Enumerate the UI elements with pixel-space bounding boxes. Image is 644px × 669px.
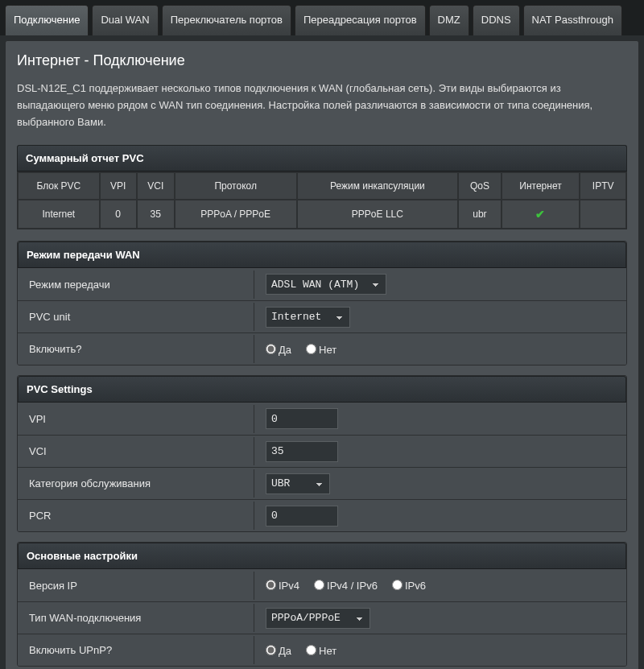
radio-upnp: Да Нет <box>254 639 626 662</box>
section-wan-mode: Режим передачи WAN Режим передачи ADSL W… <box>17 241 627 365</box>
row-upnp: Включить UPnP? Да Нет <box>18 634 626 666</box>
pvc-summary-table: Блок PVCVPIVCIПротоколРежим инкапсуляции… <box>17 171 627 229</box>
cell-encap: PPPoE LLC <box>297 200 459 229</box>
check-icon: ✔ <box>535 208 545 221</box>
section-pvc-settings: PVC Settings VPI VCI Категория обслужива… <box>17 375 627 532</box>
row-pcr: PCR <box>18 499 626 531</box>
row-vci: VCI <box>18 435 626 467</box>
row-pvc-unit: PVC unit Internet <box>18 300 626 332</box>
radio-upnp-no[interactable]: Нет <box>306 644 336 657</box>
table-row: Internet 0 35 PPPoA / PPPoE PPPoE LLC ub… <box>18 200 626 229</box>
select-transfer-mode[interactable]: ADSL WAN (ATM) <box>266 274 386 295</box>
input-vci[interactable] <box>266 441 338 462</box>
radio-ip-ipv6[interactable]: IPv6 <box>392 579 426 592</box>
basic-heading: Основные настройки <box>18 543 626 569</box>
page-description: DSL-N12E_C1 поддерживает несколько типов… <box>17 81 627 130</box>
col-header: IPTV <box>580 172 626 200</box>
radio-enable-no[interactable]: Нет <box>306 343 336 356</box>
tab-переадресация-портов[interactable]: Переадресация портов <box>295 5 426 35</box>
tab-подключение[interactable]: Подключение <box>5 5 89 35</box>
cell-internet: ✔ <box>502 200 580 229</box>
radio-enable: Да Нет <box>254 338 626 361</box>
cell-block: Internet <box>18 200 100 229</box>
radio-enable-yes[interactable]: Да <box>266 343 291 356</box>
input-pcr[interactable] <box>266 506 338 527</box>
label-transfer-mode: Режим передачи <box>18 270 254 299</box>
row-wan-type: Тип WAN-подключения PPPoA/PPPoE <box>18 601 626 634</box>
col-header: Протокол <box>175 172 297 200</box>
summary-heading: Суммарный отчет PVC <box>17 145 627 171</box>
select-wan-type[interactable]: PPPoA/PPPoE <box>266 608 370 629</box>
label-wan-type: Тип WAN-подключения <box>18 604 254 632</box>
label-pcr: PCR <box>18 502 254 530</box>
row-transfer-mode: Режим передачи ADSL WAN (ATM) <box>18 268 626 300</box>
section-basic: Основные настройки Версия IP IPv4IPv4 / … <box>17 542 627 667</box>
label-upnp: Включить UPnP? <box>18 636 254 664</box>
tab-dual-wan[interactable]: Dual WAN <box>92 5 158 35</box>
tab-переключатель-портов[interactable]: Переключатель портов <box>162 5 291 35</box>
radio-ip-ipv4ipv6[interactable]: IPv4 / IPv6 <box>314 579 378 592</box>
label-enable: Включить? <box>18 335 254 363</box>
col-header: VPI <box>100 172 137 200</box>
row-vpi: VPI <box>18 403 626 435</box>
label-ip-version: Версия IP <box>18 572 254 600</box>
tab-bar: ПодключениеDual WANПереключатель портовП… <box>0 0 644 35</box>
cell-vci: 35 <box>137 200 175 229</box>
row-ip-version: Версия IP IPv4IPv4 / IPv6IPv6 <box>18 569 626 601</box>
col-header: Интернет <box>502 172 580 200</box>
main-panel: Интернет - Подключение DSL-N12E_C1 подде… <box>5 40 639 669</box>
label-pvc-unit: PVC unit <box>18 303 254 331</box>
input-vpi[interactable] <box>266 408 338 429</box>
col-header: QoS <box>458 172 501 200</box>
row-service-category: Категория обслуживания UBR <box>18 467 626 499</box>
wan-mode-heading: Режим передачи WAN <box>18 242 626 268</box>
cell-vpi: 0 <box>100 200 137 229</box>
select-pvc-unit[interactable]: Internet <box>266 307 350 328</box>
pvc-settings-heading: PVC Settings <box>18 376 626 403</box>
cell-protocol: PPPoA / PPPoE <box>175 200 297 229</box>
select-service-category[interactable]: UBR <box>266 473 330 494</box>
radio-upnp-yes[interactable]: Да <box>266 644 291 657</box>
tab-nat-passthrough[interactable]: NAT Passthrough <box>523 5 622 35</box>
cell-iptv <box>580 200 626 229</box>
tab-ddns[interactable]: DDNS <box>473 5 520 35</box>
page-title: Интернет - Подключение <box>17 52 627 69</box>
tab-dmz[interactable]: DMZ <box>429 5 469 35</box>
col-header: Режим инкапсуляции <box>297 172 459 200</box>
col-header: VCI <box>137 172 175 200</box>
row-enable: Включить? Да Нет <box>18 332 626 365</box>
label-vpi: VPI <box>18 405 254 433</box>
radio-ip-ipv4[interactable]: IPv4 <box>266 579 299 592</box>
radio-ip-version: IPv4IPv4 / IPv6IPv6 <box>254 574 626 597</box>
col-header: Блок PVC <box>18 172 100 200</box>
cell-qos: ubr <box>458 200 501 229</box>
label-vci: VCI <box>18 437 254 465</box>
label-service-category: Категория обслуживания <box>18 469 254 498</box>
